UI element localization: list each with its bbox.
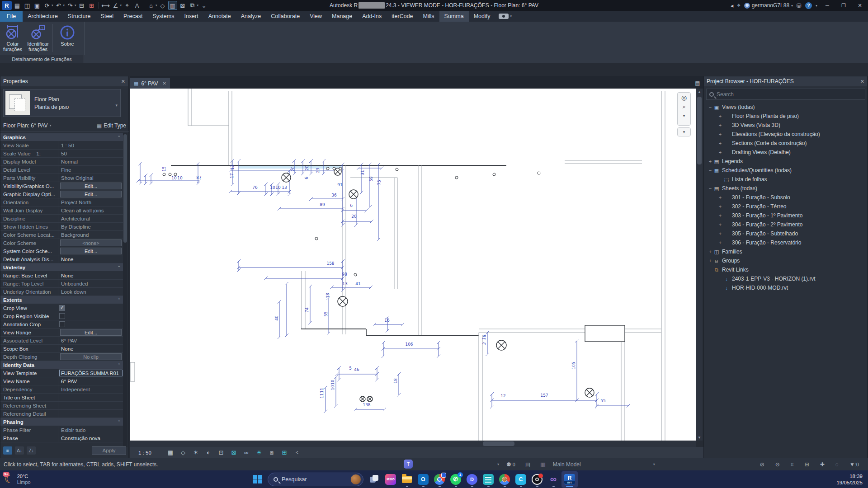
measure-icon[interactable]: ∠ [111,1,120,10]
document-tab[interactable]: ▦ 6° PAV ✕ [130,78,170,89]
sync-icon[interactable]: ⟳ [42,1,52,10]
tree-item-schedules-quantities-todas-[interactable]: −▦Schedules/Quantities (todas) [704,166,868,175]
tree-expander-icon[interactable]: + [708,249,713,254]
tree-expander-icon[interactable]: + [717,113,723,119]
thin-lines-icon[interactable]: ▥ [168,1,177,10]
close-icon[interactable]: ✕ [860,79,864,84]
dropdown-icon[interactable]: ▾ [120,4,122,7]
tree-item-groups[interactable]: +⧈Groups [704,256,868,265]
select-underlay-icon[interactable]: ⊝ [775,461,780,468]
property-value[interactable]: Independent [58,385,123,393]
property-value[interactable] [58,394,123,401]
visual-style-icon[interactable]: ◇ [179,449,187,456]
editable-only-icon[interactable]: ⚉:0 [506,461,515,468]
select-links-icon[interactable]: ⊘ [760,461,764,468]
property-value[interactable]: Show Original [58,174,123,182]
ribbon-tab-summa[interactable]: Summa [439,11,469,22]
print-icon[interactable]: ⊟ [77,1,86,10]
user-account-menu[interactable]: germanoG7L88 ▾ [744,2,793,9]
tree-expander-icon[interactable]: + [717,231,723,236]
section-icon[interactable]: ◇ [158,1,167,10]
close-hidden-windows-icon[interactable]: ⊠ [178,1,187,10]
binoculars-search-icon[interactable]: ⌖ [737,2,740,9]
taskbar-app-visual-studio[interactable]: ∞ [545,471,561,488]
tree-item-sheets-todas-[interactable]: −▤Sheets (todas) [704,184,868,193]
drawing-canvas[interactable]: 1510108713177610101320206233159759136896… [130,89,696,441]
close-icon[interactable]: ✕ [162,81,166,86]
restore-button[interactable]: ❐ [837,0,850,10]
select-pinned-icon[interactable]: ⌗ [791,461,794,468]
property-value[interactable]: 6° PAV [58,337,123,344]
properties-scrollbar[interactable] [123,133,127,447]
section-header[interactable]: Identity Data⌃ [0,361,123,369]
tree-expander-icon[interactable]: + [708,258,713,263]
text-icon[interactable]: A [132,1,142,10]
tree-item-hor-hid-000-mod-rvt[interactable]: ↓HOR-HID-000-MOD.rvt [704,283,868,292]
tree-expander-icon[interactable]: + [717,122,723,128]
project-browser-header[interactable]: Project Browser - HOR-FURAÇÕES ✕ [704,76,867,86]
drag-on-selection-icon[interactable]: ✚ [820,461,825,468]
ribbon-tab-insert[interactable]: Insert [179,11,203,22]
view-selector[interactable]: Floor Plan: 6° PAV [3,122,47,129]
property-value[interactable]: Project North [58,198,123,206]
taskbar-app-revit[interactable]: RRVT [561,471,578,488]
ribbon-tab-analyze[interactable]: Analyze [236,11,266,22]
filter-icon[interactable]: ▼:0 [849,461,859,468]
tree-item-families[interactable]: +◫Families [704,247,868,256]
taskbar-app-chrome[interactable] [431,471,448,488]
properties-filter-icon[interactable]: ≡ [3,446,12,455]
tree-expander-icon[interactable]: + [717,195,723,200]
vertical-scrollbar[interactable]: ▲ ▼ [696,89,703,441]
view-tabs-list-icon[interactable]: ▤ [692,78,703,89]
teams-float-icon[interactable]: T [404,460,413,469]
property-value[interactable]: Fine [58,166,123,174]
tree-expander-icon[interactable]: + [708,159,713,164]
undo-icon[interactable]: ↶ [54,1,63,10]
tree-item-305-fura-o-subtelhado[interactable]: +305 - Furação - Subtelhado [704,229,868,238]
sort-descending-icon[interactable]: Z↓ [27,446,36,455]
file-list-icon[interactable]: ▤ [13,1,22,10]
tree-expander-icon[interactable]: + [717,141,723,146]
redo-icon[interactable]: ↷ [66,1,75,10]
tree-item-3d-views-vista-3d-[interactable]: +3D Views (Vista 3D) [704,121,868,130]
switch-windows-icon[interactable]: ⧉ [188,1,197,10]
home-icon[interactable]: ⌂ [146,1,156,10]
zoom-icon[interactable]: ⌕ [683,103,686,110]
tree-item-302-fura-o-t-rreo[interactable]: +302 - Furação - Térreo [704,202,868,211]
main-model-label[interactable]: Main Model [553,461,581,468]
ribbon-tab-precast[interactable]: Precast [118,11,147,22]
ribbon-tab-collaborate[interactable]: Collaborate [266,11,305,22]
ribbon-tab-add-ins[interactable]: Add-Ins [357,11,387,22]
tree-item-2403-1-epp-v3-horizon-1-rvt[interactable]: ↓2403-1-EPP-V3 - HORIZON (1).rvt [704,274,868,283]
browser-search-input[interactable]: Search [706,89,865,100]
minimize-button[interactable]: ─ [821,0,834,10]
property-checkbox[interactable] [59,305,65,311]
scrollbar-thumb[interactable] [483,441,514,446]
cotar-furacoes-button[interactable]: Cotarfurações [0,22,25,55]
ribbon-tab-steel[interactable]: Steel [96,11,119,22]
property-value[interactable]: 6° PAV [58,377,123,385]
tree-item-floor-plans-planta-de-piso-[interactable]: +Floor Plans (Planta de piso) [704,112,868,121]
type-selector[interactable]: Floor Plan Planta de piso ▾ [3,89,121,117]
dropdown-icon[interactable]: ▾ [63,4,65,7]
horizontal-scrollbar[interactable] [130,441,696,447]
identificar-furacoes-button[interactable]: 1 Identificarfurações [25,22,51,55]
property-value[interactable]: None [58,272,123,279]
property-value[interactable]: Normal [58,158,123,165]
property-value[interactable]: Architectural [58,215,123,222]
property-value[interactable]: Look down [58,288,123,296]
scroll-up-icon[interactable]: ▲ [696,89,703,95]
close-icon[interactable]: ✕ [121,79,125,84]
apply-button[interactable]: Apply [92,446,126,455]
open-icon[interactable]: ◫ [23,1,32,10]
taskbar-app-notepad[interactable] [480,471,496,488]
modify-extra-icon[interactable]: ▾ [495,11,515,22]
tree-expander-icon[interactable]: + [717,150,723,155]
design-options-icon[interactable]: ▥ [540,461,545,468]
select-by-face-icon[interactable]: ⊞ [805,461,809,468]
property-value[interactable]: 50 [58,150,123,157]
ribbon-tab-itercode[interactable]: iterCode [387,11,418,22]
taskbar-app-whatsapp[interactable]: ✆1 [448,471,464,488]
property-edit-button[interactable]: Edit... [60,329,122,336]
tree-expander-icon[interactable]: − [708,186,713,191]
